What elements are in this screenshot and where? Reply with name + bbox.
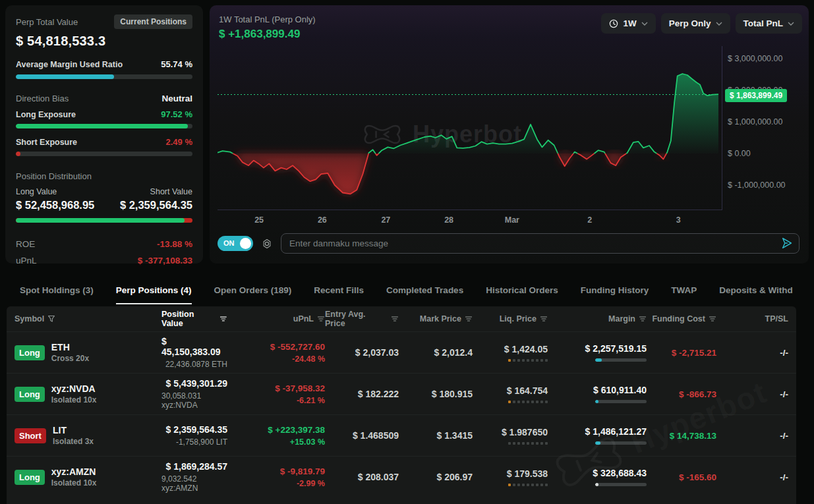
metric-dropdown[interactable]: Total PnL: [736, 13, 803, 34]
danmaku-input-wrap: [281, 233, 799, 254]
roe-value: -13.88 %: [157, 239, 192, 249]
mode-dropdown[interactable]: Perp Only: [661, 13, 730, 34]
side-badge: Long: [15, 387, 45, 402]
mode-value: Perp Only: [669, 18, 711, 28]
table-row[interactable]: Long ETH Cross 20x $ 45,150,383.09 22,43…: [7, 331, 796, 373]
x-axis-tick-label: 25: [254, 215, 264, 225]
side-badge: Long: [15, 345, 45, 360]
position-distribution-label: Position Distribution: [16, 171, 192, 181]
toggle-knob[interactable]: [240, 238, 251, 249]
col-symbol[interactable]: Symbol: [7, 314, 161, 323]
time-range-dropdown[interactable]: 1W: [601, 13, 655, 34]
bottom-tabs: Spot Holdings (3) Perp Positions (4) Ope…: [0, 278, 814, 304]
table-row[interactable]: Long xyz:AMZN Isolated 10x $ 1,869,284.5…: [7, 456, 796, 497]
pnl-area-chart[interactable]: [218, 46, 718, 210]
sort-icon[interactable]: [219, 316, 227, 322]
short-exposure-bar-fill: [16, 152, 20, 156]
col-margin[interactable]: Margin: [548, 314, 647, 323]
short-exposure-value: 2.49 %: [166, 137, 192, 147]
upnl-value: $ +223,397.38: [268, 425, 325, 435]
margin-value: $ 610,911.40: [593, 385, 647, 395]
entry-price: $ 182.222: [358, 389, 399, 399]
tab-perp-positions[interactable]: Perp Positions (4): [116, 285, 192, 304]
margin-value: $ 1,486,121.27: [585, 426, 647, 437]
margin-usage-bar: [595, 441, 647, 445]
sort-icon[interactable]: [465, 316, 473, 322]
long-exposure-value: 97.52 %: [161, 109, 192, 119]
danmaku-input[interactable]: [281, 233, 799, 254]
symbol: ETH: [51, 342, 89, 352]
table-header: Symbol Position Value uPnL Entry Avg. Pr…: [7, 306, 796, 331]
col-funding-cost[interactable]: Funding Cost: [647, 314, 716, 323]
sort-icon[interactable]: [317, 316, 325, 322]
mark-price: $ 2,012.4: [434, 347, 473, 358]
col-upnl[interactable]: uPnL: [227, 314, 325, 323]
margin-value: $ 328,688.43: [593, 468, 647, 478]
margin-usage-bar: [595, 358, 647, 362]
x-axis-tick-label: 3: [676, 215, 681, 225]
tab-deposits-withdrawals[interactable]: Deposits & Withd: [719, 285, 793, 304]
tpsl-value[interactable]: -/-: [780, 472, 796, 482]
position-value: $ 45,150,383.09: [161, 336, 227, 357]
tpsl-value[interactable]: -/-: [780, 348, 796, 358]
margin-usage-bar: [595, 483, 647, 486]
x-axis-tick-label: 26: [318, 215, 327, 225]
chevron-down-icon: [788, 22, 794, 26]
col-mark-price[interactable]: Mark Price: [399, 314, 473, 323]
short-exposure-label: Short Exposure: [16, 138, 77, 147]
pnl-chart-panel: 1W Total PnL (Perp Only) $ +1,863,899.49…: [210, 5, 809, 264]
liq-risk-dots: [508, 359, 548, 362]
position-amount: 22,436.0878 ETH: [165, 360, 227, 369]
tab-spot-holdings[interactable]: Spot Holdings (3): [20, 285, 94, 304]
perp-summary-panel: Perp Total Value Current Positions $ 54,…: [5, 5, 203, 264]
upnl-pct: -24.48 %: [292, 354, 325, 364]
perp-total-value: $ 54,818,533.3: [16, 34, 192, 49]
upnl-value: $ -37,958.32: [275, 383, 325, 393]
y-axis-tick-label: $ 1,000,000.00: [728, 117, 782, 126]
upnl-label: uPnL: [16, 256, 37, 266]
liq-price: $ 1,424.05: [504, 344, 548, 354]
x-axis-tick-label: 27: [381, 215, 390, 225]
entry-price: $ 2,037.03: [355, 347, 399, 358]
tab-twap[interactable]: TWAP: [671, 285, 697, 304]
positions-table: Symbol Position Value uPnL Entry Avg. Pr…: [7, 306, 796, 504]
tab-funding-history[interactable]: Funding History: [581, 285, 649, 304]
long-exposure-bar-fill: [16, 124, 188, 128]
leverage: Cross 20x: [51, 354, 89, 363]
tpsl-value[interactable]: -/-: [780, 389, 796, 399]
upnl-value: $ -552,727.60: [270, 342, 325, 352]
y-axis-tick-label: $ 3,000,000.00: [728, 54, 782, 63]
margin-value: $ 2,257,519.15: [585, 343, 647, 354]
send-icon[interactable]: [780, 237, 794, 250]
current-positions-chip[interactable]: Current Positions: [114, 14, 192, 29]
table-row[interactable]: Short LIT Isolated 3x $ 2,359,564.35 -1,…: [7, 414, 796, 456]
danmaku-toggle[interactable]: ON: [218, 236, 253, 251]
sort-icon[interactable]: [540, 316, 548, 322]
col-position-value[interactable]: Position Value: [161, 310, 227, 328]
col-entry-price[interactable]: Entry Avg. Price: [325, 310, 399, 328]
mark-price: $ 206.97: [437, 472, 473, 482]
upnl-value: $ -9,819.79: [280, 466, 325, 476]
liq-risk-dots: [508, 442, 548, 445]
mark-price: $ 180.915: [432, 389, 473, 399]
tab-open-orders[interactable]: Open Orders (189): [214, 285, 292, 304]
upnl-pct: +15.03 %: [290, 437, 325, 447]
col-liq-price[interactable]: Liq. Price: [473, 314, 548, 323]
table-row[interactable]: Long xyz:NVDA Isolated 10x $ 5,439,301.2…: [7, 373, 796, 414]
tab-completed-trades[interactable]: Completed Trades: [386, 285, 463, 304]
sort-icon[interactable]: [709, 316, 716, 322]
sort-icon[interactable]: [391, 316, 399, 322]
funding-cost: $ -866.73: [679, 389, 716, 399]
liq-risk-dots: [508, 484, 548, 486]
tab-recent-fills[interactable]: Recent Fills: [314, 285, 364, 304]
sort-icon[interactable]: [639, 316, 647, 322]
position-value: $ 1,869,284.57: [166, 461, 227, 472]
danmaku-settings-icon[interactable]: [260, 237, 274, 250]
filter-funnel-icon[interactable]: [47, 315, 55, 323]
upnl-pct: -2.99 %: [297, 479, 325, 488]
tab-historical-orders[interactable]: Historical Orders: [486, 285, 558, 304]
margin-ratio-value: 55.74 %: [161, 59, 192, 69]
chevron-down-icon: [641, 22, 648, 26]
pnl-chart-title: 1W Total PnL (Perp Only): [219, 14, 316, 24]
tpsl-value[interactable]: -/-: [780, 431, 796, 441]
